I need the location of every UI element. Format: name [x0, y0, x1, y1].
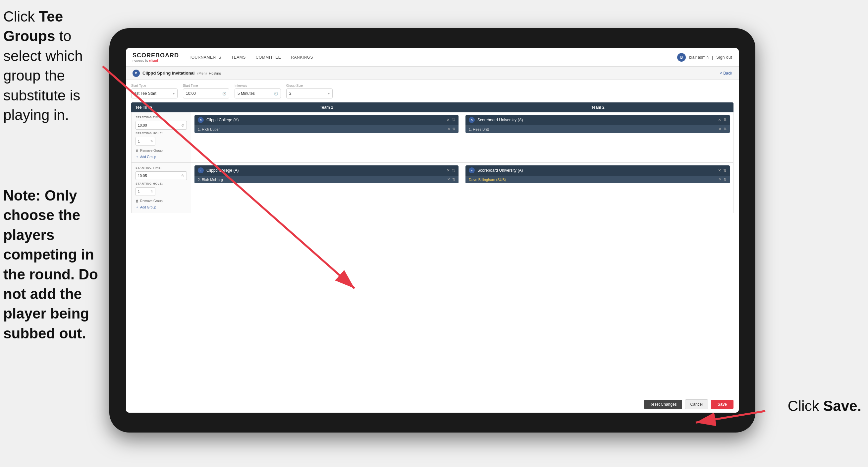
nav-user: B blair admin | Sign out	[677, 53, 732, 62]
start-type-input[interactable]: 1st Tee Start ▾	[131, 88, 178, 98]
starting-hole-label-2: STARTING HOLE:	[135, 182, 187, 185]
add-group-button-1[interactable]: ＋ Add Group	[135, 154, 187, 159]
cancel-button[interactable]: Cancel	[685, 399, 708, 409]
chevron-icon[interactable]: ⇅	[452, 118, 455, 122]
tablet-device: SCOREBOARD Powered by clippd TOURNAMENTS…	[109, 28, 755, 433]
clock-icon: 🕙	[222, 92, 226, 95]
team1-logo-2: C	[198, 167, 204, 173]
nav-tournaments[interactable]: TOURNAMENTS	[189, 54, 221, 61]
annotation-note: Note: Only choose the players competing …	[3, 185, 108, 343]
intervals-label: Intervals	[235, 84, 281, 88]
chevron-pg2t2[interactable]: ⇅	[723, 177, 726, 182]
reset-changes-button[interactable]: Reset Changes	[644, 400, 682, 409]
player-controls-g2-1: ✕ ⇅	[447, 177, 455, 182]
save-button[interactable]: Save	[711, 400, 734, 409]
player-row-g2-1: 2. Blair McHarg ✕ ⇅	[194, 175, 459, 183]
nav-teams[interactable]: TEAMS	[231, 54, 246, 61]
hosting-label: Hosting	[209, 71, 221, 75]
nav-committee[interactable]: COMMITTEE	[256, 54, 281, 61]
clock-icon-4: ⏱	[181, 174, 185, 178]
team2-controls-2: ✕ ⇅	[718, 168, 726, 173]
remove-group-button-2[interactable]: 🗑 Remove Group	[135, 199, 187, 203]
chevron-g2t2[interactable]: ⇅	[723, 168, 726, 173]
start-time-field: Start Time 10:00 🕙	[183, 84, 229, 98]
start-settings: Start Type 1st Tee Start ▾ Start Time 10…	[131, 84, 734, 98]
chevron-icon-p2[interactable]: ⇅	[723, 127, 726, 131]
x-icon-p2[interactable]: ✕	[719, 127, 721, 131]
team1-controls-2: ✕ ⇅	[446, 168, 455, 173]
user-name: blair admin	[689, 55, 709, 60]
chevron-icon-player[interactable]: ⇅	[452, 127, 455, 131]
nav-links: TOURNAMENTS TEAMS COMMITTEE RANKINGS	[189, 54, 677, 61]
annotation-save-bold: Save.	[823, 398, 861, 414]
starting-hole-input-1[interactable]: 1 ⇅	[135, 137, 155, 146]
logo-powered: Powered by clippd	[132, 59, 179, 62]
team1-col-1: C Clippd College (A) ✕ ⇅ 1. Rich Butler	[191, 112, 462, 163]
chevron-updown-icon-2: ⇅	[150, 190, 153, 193]
plus-icon-2: ＋	[135, 205, 139, 209]
chevron-icon-t2[interactable]: ⇅	[723, 118, 726, 122]
player-name-g2-sub: Dave Billingham (SUB)	[469, 178, 716, 182]
team2-header-2: S Scoreboard University (A) ✕ ⇅	[465, 166, 730, 175]
main-content: Start Type 1st Tee Start ▾ Start Time 10…	[126, 80, 739, 396]
x-icon-g2t1[interactable]: ✕	[446, 168, 450, 173]
start-time-input[interactable]: 10:00 🕙	[183, 88, 229, 98]
th-tee-time: Tee Time	[131, 103, 191, 112]
group-row: STARTING TIME: 10:00 ⏱ STARTING HOLE: 1 …	[131, 112, 733, 163]
team1-controls-1: ✕ ⇅	[446, 118, 455, 122]
starting-time-label-2: STARTING TIME:	[135, 166, 187, 169]
x-icon-player[interactable]: ✕	[447, 127, 450, 131]
navbar: SCOREBOARD Powered by clippd TOURNAMENTS…	[126, 48, 739, 67]
player-controls-1-1: ✕ ⇅	[447, 127, 455, 131]
clock-icon-2: 🕙	[274, 92, 278, 95]
group-row-2: STARTING TIME: 10:05 ⏱ STARTING HOLE: 1 …	[131, 163, 733, 213]
th-team1: Team 1	[191, 103, 462, 112]
x-icon-t2[interactable]: ✕	[718, 118, 721, 122]
x-icon-pg2t2[interactable]: ✕	[719, 177, 721, 182]
team1-card-2: C Clippd College (A) ✕ ⇅ 2. Blair McHarg	[194, 166, 459, 183]
start-type-field: Start Type 1st Tee Start ▾	[131, 84, 178, 98]
sign-out-link[interactable]: Sign out	[716, 54, 732, 61]
player-row-2-1: 1. Rees Britt ✕ ⇅	[465, 125, 730, 133]
starting-time-input-1[interactable]: 10:00 ⏱	[135, 121, 187, 129]
user-avatar: B	[677, 53, 686, 62]
chevron-down-icon-2: ▾	[328, 92, 330, 95]
team2-card-2: S Scoreboard University (A) ✕ ⇅ Dave Bil…	[465, 166, 730, 183]
tournament-name: Clippd Spring Invitational	[143, 70, 194, 76]
start-type-label: Start Type	[131, 84, 178, 88]
team1-name-2: Clippd College (A)	[207, 168, 444, 173]
intervals-input[interactable]: 5 Minutes 🕙	[235, 88, 281, 98]
group-size-input[interactable]: 2 ▾	[286, 88, 333, 98]
team2-logo-1: S	[469, 117, 475, 123]
back-button[interactable]: < Back	[720, 71, 732, 76]
logo-area: SCOREBOARD Powered by clippd	[132, 52, 179, 62]
x-icon-g2t2[interactable]: ✕	[718, 168, 721, 173]
remove-group-button-1[interactable]: 🗑 Remove Group	[135, 149, 187, 152]
team2-controls-1: ✕ ⇅	[718, 118, 726, 122]
tablet-screen: SCOREBOARD Powered by clippd TOURNAMENTS…	[126, 48, 739, 413]
separator: |	[712, 55, 713, 60]
chevron-updown-icon: ⇅	[150, 140, 153, 143]
chevron-down-icon: ▾	[173, 92, 175, 95]
intervals-field: Intervals 5 Minutes 🕙	[235, 84, 281, 98]
x-icon[interactable]: ✕	[446, 118, 450, 122]
player-controls-g2-2: ✕ ⇅	[719, 177, 726, 182]
time-col-1: STARTING TIME: 10:00 ⏱ STARTING HOLE: 1 …	[131, 112, 191, 163]
starting-time-input-2[interactable]: 10:05 ⏱	[135, 171, 187, 180]
starting-hole-input-2[interactable]: 1 ⇅	[135, 187, 155, 196]
time-col-2: STARTING TIME: 10:05 ⏱ STARTING HOLE: 1 …	[131, 163, 191, 213]
x-icon-pg2[interactable]: ✕	[447, 177, 450, 182]
nav-rankings[interactable]: RANKINGS	[291, 54, 313, 61]
team2-header-1: S Scoreboard University (A) ✕ ⇅	[465, 115, 730, 125]
chevron-g2t1[interactable]: ⇅	[452, 168, 455, 173]
add-group-button-2[interactable]: ＋ Add Group	[135, 205, 187, 209]
player-name-g2-1: 2. Blair McHarg	[198, 178, 444, 182]
team1-logo-1: C	[198, 117, 204, 123]
chevron-pg2[interactable]: ⇅	[452, 177, 455, 182]
sub-header: B Clippd Spring Invitational (Men) Hosti…	[126, 67, 739, 80]
starting-time-label-1: STARTING TIME:	[135, 116, 187, 119]
player-name-2-1: 1. Rees Britt	[469, 127, 716, 131]
team2-col-2: S Scoreboard University (A) ✕ ⇅ Dave Bil…	[462, 163, 733, 213]
player-row-1-1: 1. Rich Butler ✕ ⇅	[194, 125, 459, 133]
group-size-field: Group Size 2 ▾	[286, 84, 333, 98]
